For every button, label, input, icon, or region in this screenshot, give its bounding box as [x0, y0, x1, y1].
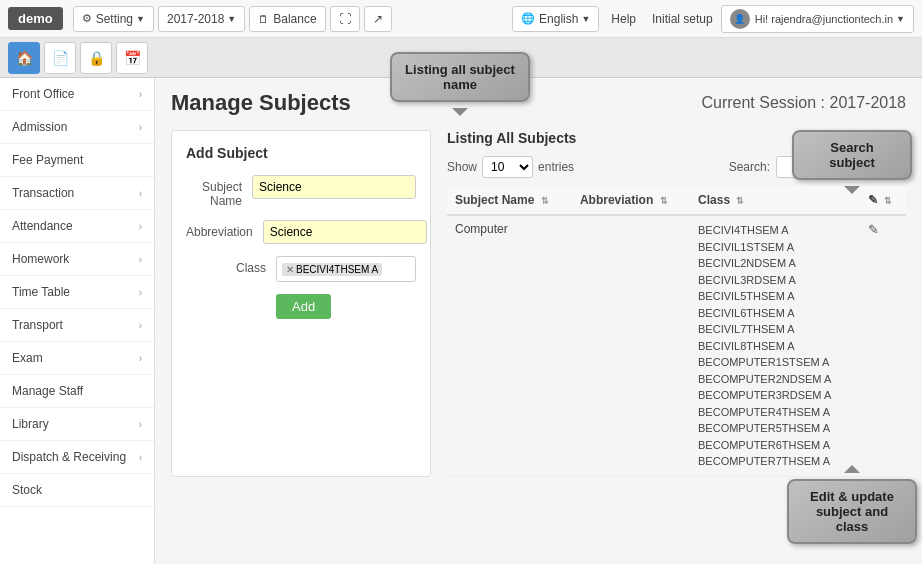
cell-class: BECIVI4THSEM ABECIVIL1STSEM ABECIVIL2NDS…: [690, 215, 860, 476]
show-entries: Show 10 25 50 100 entries: [447, 156, 574, 178]
sidebar-item-attendance[interactable]: Attendance ›: [0, 210, 154, 243]
class-group: Class ✕ BECIVI4THSEM A: [186, 256, 416, 282]
edit-button[interactable]: ✎: [868, 222, 879, 237]
class-label: Class: [186, 256, 276, 275]
chevron-icon: ›: [139, 188, 142, 199]
cell-abbreviation: [572, 215, 690, 476]
arrow-button[interactable]: ↗: [364, 6, 392, 32]
col-class[interactable]: Class ⇅: [690, 186, 860, 215]
cell-action: ✎: [860, 215, 906, 476]
home-icon-btn[interactable]: 🏠: [8, 42, 40, 74]
add-subject-title: Add Subject: [186, 145, 416, 161]
sidebar-item-homework[interactable]: Homework ›: [0, 243, 154, 276]
listing-panel: Listing All Subjects Show 10 25 50 100 e…: [447, 130, 906, 477]
col-subject-name[interactable]: Subject Name ⇅: [447, 186, 572, 215]
content-columns: Add Subject Subject Name Abbreviation Cl…: [171, 130, 906, 477]
help-link[interactable]: Help: [603, 8, 644, 30]
balance-icon: 🗒: [258, 13, 269, 25]
english-menu[interactable]: 🌐 English ▼: [512, 6, 599, 32]
chevron-icon: ›: [139, 89, 142, 100]
sidebar-item-admission[interactable]: Admission ›: [0, 111, 154, 144]
subject-name-label: Subject Name: [186, 175, 252, 208]
sort-icon-subject: ⇅: [541, 196, 549, 206]
show-select[interactable]: 10 25 50 100: [482, 156, 533, 178]
class-tag: ✕ BECIVI4THSEM A: [282, 263, 382, 276]
subjects-table: Subject Name ⇅ Abbreviation ⇅ Class ⇅: [447, 186, 906, 477]
chevron-icon: ›: [139, 353, 142, 364]
calendar-icon-btn[interactable]: 📅: [116, 42, 148, 74]
add-button-row: Add: [186, 294, 416, 319]
sort-icon-abbrev: ⇅: [660, 196, 668, 206]
subject-name-group: Subject Name: [186, 175, 416, 208]
sidebar-item-transaction[interactable]: Transaction ›: [0, 177, 154, 210]
abbreviation-group: Abbreviation: [186, 220, 416, 244]
english-caret: ▼: [581, 14, 590, 24]
chevron-icon: ›: [139, 287, 142, 298]
setting-icon: ⚙: [82, 12, 92, 25]
class-tag-remove[interactable]: ✕: [286, 264, 294, 275]
sidebar-item-dispatch[interactable]: Dispatch & Receiving ›: [0, 441, 154, 474]
sidebar-item-manage-staff[interactable]: Manage Staff: [0, 375, 154, 408]
search-tooltip: Search subject: [792, 130, 912, 180]
sidebar: Front Office › Admission › Fee Payment T…: [0, 78, 155, 564]
setting-menu[interactable]: ⚙ Setting ▼: [73, 6, 154, 32]
edit-col-icon: ✎: [868, 193, 878, 207]
abbreviation-input[interactable]: [263, 220, 427, 244]
user-avatar: 👤: [730, 9, 750, 29]
initial-setup-link[interactable]: Initial setup: [644, 8, 721, 30]
add-button[interactable]: Add: [276, 294, 331, 319]
chevron-icon: ›: [139, 254, 142, 265]
sidebar-item-stock[interactable]: Stock: [0, 474, 154, 507]
globe-icon: 🌐: [521, 12, 535, 25]
page-header: Manage Subjects Current Session : 2017-2…: [171, 90, 906, 116]
listing-tooltip: Listing all subject name: [390, 52, 530, 102]
col-abbreviation[interactable]: Abbreviation ⇅: [572, 186, 690, 215]
subject-name-input[interactable]: [252, 175, 416, 199]
arrow-icon: ↗: [373, 12, 383, 26]
resize-button[interactable]: ⛶: [330, 6, 360, 32]
sidebar-item-fee-payment[interactable]: Fee Payment: [0, 144, 154, 177]
col-actions: ✎ ⇅: [860, 186, 906, 215]
abbreviation-label: Abbreviation: [186, 220, 263, 239]
balance-button[interactable]: 🗒 Balance: [249, 6, 325, 32]
chevron-icon: ›: [139, 419, 142, 430]
chevron-icon: ›: [139, 122, 142, 133]
table-row: ComputerBECIVI4THSEM ABECIVIL1STSEM ABEC…: [447, 215, 906, 476]
chevron-icon: ›: [139, 320, 142, 331]
sidebar-item-front-office[interactable]: Front Office ›: [0, 78, 154, 111]
edit-tooltip: Edit & update subject and class: [787, 479, 917, 544]
sort-icon-class: ⇅: [736, 196, 744, 206]
cell-subject: Computer: [447, 215, 572, 476]
lock-icon-btn[interactable]: 🔒: [80, 42, 112, 74]
sidebar-item-library[interactable]: Library ›: [0, 408, 154, 441]
chevron-icon: ›: [139, 452, 142, 463]
resize-icon: ⛶: [339, 12, 351, 26]
document-icon-btn[interactable]: 📄: [44, 42, 76, 74]
table-header-row: Subject Name ⇅ Abbreviation ⇅ Class ⇅: [447, 186, 906, 215]
year-caret: ▼: [227, 14, 236, 24]
search-label: Search:: [729, 160, 770, 174]
sidebar-item-exam[interactable]: Exam ›: [0, 342, 154, 375]
user-menu[interactable]: 👤 Hi! rajendra@junctiontech.in ▼: [721, 5, 914, 33]
page-title: Manage Subjects: [171, 90, 351, 116]
user-caret: ▼: [896, 14, 905, 24]
setting-caret: ▼: [136, 14, 145, 24]
year-menu[interactable]: 2017-2018 ▼: [158, 6, 245, 32]
brand-label: demo: [8, 7, 63, 30]
sidebar-item-transport[interactable]: Transport ›: [0, 309, 154, 342]
class-input-wrapper[interactable]: ✕ BECIVI4THSEM A: [276, 256, 416, 282]
current-session: Current Session : 2017-2018: [701, 94, 906, 112]
add-subject-panel: Add Subject Subject Name Abbreviation Cl…: [171, 130, 431, 477]
sidebar-item-timetable[interactable]: Time Table ›: [0, 276, 154, 309]
chevron-icon: ›: [139, 221, 142, 232]
